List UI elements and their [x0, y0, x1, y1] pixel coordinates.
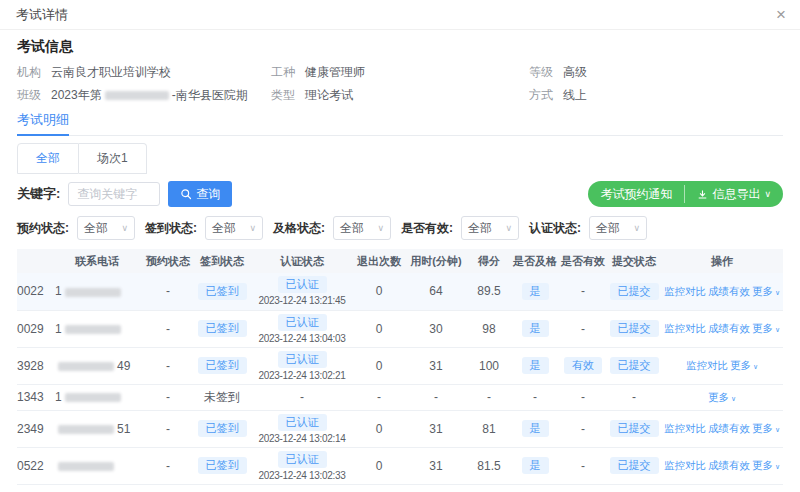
action-more[interactable]: 更多 ∨	[752, 285, 780, 297]
filter-select-3[interactable]: 全部∨	[461, 216, 519, 240]
cell-partial	[467, 484, 511, 492]
cell-exit-count-value: 0	[376, 322, 383, 336]
cell-partial	[51, 484, 143, 492]
cell-submit-status: 已提交	[607, 347, 661, 384]
action-monitor-compare[interactable]: 监控对比	[664, 422, 706, 434]
filter-select-0[interactable]: 全部∨	[77, 216, 135, 240]
valid-empty: -	[581, 390, 585, 404]
action-more[interactable]: 更多 ∨	[708, 391, 736, 403]
phone-masked	[65, 288, 121, 297]
info-job-value: 健康管理师	[305, 65, 365, 79]
toolbar: 关键字: 查询 考试预约通知 信息导出 ∨	[17, 181, 783, 207]
cell-actions: 监控对比成绩有效更多 ∨	[661, 310, 783, 347]
cell-score: 81.5	[467, 447, 511, 484]
cell-valid: -	[559, 384, 607, 410]
status-badge: 已签到	[198, 357, 247, 374]
action-monitor-compare[interactable]: 监控对比	[686, 359, 728, 371]
info-org-value: 云南良才职业培训学校	[51, 65, 171, 79]
action-more[interactable]: 更多 ∨	[752, 459, 780, 471]
filter-label: 签到状态:	[145, 220, 197, 237]
table-body: 00221-已签到已认证2023-12-24 13:21:4506489.5是-…	[17, 273, 783, 492]
info-row-2: 班级2023年第-南华县医院期 类型理论考试 方式线上	[17, 87, 783, 104]
filter-select-4[interactable]: 全部∨	[589, 216, 647, 240]
cell-duration-value: 30	[429, 322, 442, 336]
search-button[interactable]: 查询	[168, 181, 232, 207]
cell-valid: -	[559, 410, 607, 447]
cell-phone	[51, 447, 143, 484]
col-header-1: 联系电话	[51, 249, 143, 273]
chevron-down-icon: ∨	[121, 224, 128, 233]
cell-reserve-status: -	[143, 447, 193, 484]
cell-partial	[193, 484, 251, 492]
info-job: 工种健康管理师	[271, 64, 529, 81]
checkin-text: 未签到	[204, 390, 240, 404]
action-score-valid[interactable]: 成绩有效	[708, 459, 750, 471]
filter-select-2[interactable]: 全部∨	[333, 216, 391, 240]
col-header-9: 是否有效	[559, 249, 607, 273]
dialog-title: 考试详情	[16, 6, 68, 24]
action-score-valid[interactable]: 成绩有效	[708, 285, 750, 297]
filter-label: 认证状态:	[529, 220, 581, 237]
info-export-button[interactable]: 信息导出 ∨	[685, 181, 783, 207]
filter-bar: 预约状态:全部∨签到状态:全部∨及格状态:全部∨是否有效:全部∨认证状态:全部∨	[17, 216, 783, 240]
cell-submit-status: 已提交	[607, 447, 661, 484]
cell-score-value: 98	[482, 322, 495, 336]
filter-select-1[interactable]: 全部∨	[205, 216, 263, 240]
chevron-down-icon: ∨	[249, 224, 256, 233]
cell-phone: 1	[51, 384, 143, 410]
valid-empty: -	[581, 284, 585, 298]
chevron-down-icon: ∨	[377, 224, 384, 233]
action-more[interactable]: 更多 ∨	[752, 322, 780, 334]
phone-masked	[58, 362, 114, 371]
table-row: 234951-已签到已认证2023-12-24 13:02:1403181是-已…	[17, 410, 783, 447]
status-badge: 已认证	[278, 351, 327, 368]
cell-score: 89.5	[467, 273, 511, 310]
chevron-down-icon: ∨	[505, 224, 512, 233]
auth-time: 2023-12-24 13:04:03	[253, 333, 351, 344]
cell-checkin-status: 未签到	[193, 384, 251, 410]
phone-visible-suffix: 49	[117, 359, 130, 373]
cell-auth-status: 已认证2023-12-24 13:02:21	[251, 347, 353, 384]
cell-partial	[559, 484, 607, 492]
close-icon[interactable]: ×	[776, 6, 786, 23]
tab-exam-detail[interactable]: 考试明细	[17, 111, 69, 136]
cell-duration-value: -	[434, 390, 438, 404]
dialog-body: 考试信息 机构云南良才职业培训学校 工种健康管理师 等级高级 班级2023年第-…	[0, 30, 800, 492]
status-badge: 已认证	[278, 451, 327, 468]
cell-duration: 31	[405, 410, 467, 447]
cell-id-tail: 0022	[17, 273, 51, 310]
action-more[interactable]: 更多 ∨	[752, 422, 780, 434]
action-monitor-compare[interactable]: 监控对比	[664, 285, 706, 297]
status-badge: 已签到	[198, 420, 247, 437]
cell-score: 81	[467, 410, 511, 447]
action-more[interactable]: 更多 ∨	[730, 359, 758, 371]
exam-notify-button[interactable]: 考试预约通知	[588, 181, 684, 207]
action-monitor-compare[interactable]: 监控对比	[664, 459, 706, 471]
cell-score-value: 89.5	[477, 284, 500, 298]
info-org: 机构云南良才职业培训学校	[17, 64, 271, 81]
tab-session-1[interactable]: 场次1	[79, 143, 147, 174]
filter-label: 是否有效:	[401, 220, 453, 237]
filter-select-value: 全部	[84, 220, 108, 237]
cell-valid: -	[559, 273, 607, 310]
session-tabs: 全部 场次1	[17, 143, 783, 174]
filter-item-1: 签到状态:全部∨	[145, 216, 263, 240]
auth-time: 2023-12-24 13:02:21	[253, 370, 351, 381]
auth-time: 2023-12-24 13:02:33	[253, 470, 351, 481]
keyword-input[interactable]	[68, 182, 160, 206]
cell-phone: 51	[51, 410, 143, 447]
info-row-1: 机构云南良才职业培训学校 工种健康管理师 等级高级	[17, 64, 783, 81]
info-class-value: 2023年第-南华县医院期	[51, 88, 248, 102]
info-org-label: 机构	[17, 65, 41, 79]
cell-reserve-status-value: -	[166, 359, 170, 373]
action-score-valid[interactable]: 成绩有效	[708, 322, 750, 334]
cell-reserve-status-value: -	[166, 422, 170, 436]
cell-pass: 是	[511, 410, 559, 447]
search-icon	[180, 188, 192, 200]
chevron-down-icon: ∨	[729, 395, 736, 402]
cell-phone: 49	[51, 347, 143, 384]
action-score-valid[interactable]: 成绩有效	[708, 422, 750, 434]
action-monitor-compare[interactable]: 监控对比	[664, 322, 706, 334]
cell-reserve-status-value: -	[166, 459, 170, 473]
tab-all[interactable]: 全部	[17, 143, 79, 174]
